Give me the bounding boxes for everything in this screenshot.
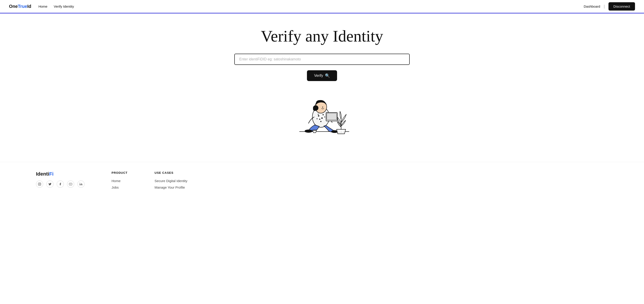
linkedin-icon[interactable] (77, 180, 84, 188)
instagram-icon[interactable] (36, 180, 43, 188)
footer-jobs-link[interactable]: Jobs (112, 185, 128, 189)
verify-button[interactable]: Verify 🔍 (307, 70, 337, 81)
footer-logo: IdentiFi (36, 171, 84, 177)
dashboard-link[interactable]: Dashboard (584, 4, 600, 8)
navbar: OneTrueId Home Verify Identity Dashboard… (0, 0, 644, 13)
svg-point-6 (316, 118, 318, 119)
youtube-icon[interactable] (67, 180, 74, 188)
verify-button-label: Verify (314, 74, 323, 78)
svg-point-7 (324, 117, 325, 117)
nav-home-link[interactable]: Home (38, 4, 48, 8)
nav-right: Dashboard | Disconnect (584, 2, 635, 10)
svg-point-8 (320, 121, 322, 122)
svg-marker-27 (70, 184, 71, 184)
hero-illustration (286, 90, 358, 140)
footer-use-cases-col: USE CASES Secure Digital Identity Manage… (154, 171, 187, 189)
svg-rect-24 (38, 183, 41, 185)
nav-links: Home Verify Identity (38, 4, 584, 8)
svg-point-5 (323, 114, 324, 115)
disconnect-button[interactable]: Disconnect (608, 2, 635, 10)
svg-point-28 (80, 183, 80, 183)
svg-point-9 (318, 114, 319, 115)
twitter-icon[interactable] (46, 180, 54, 188)
footer-product-col: PRODUCT Home Jobs (112, 171, 128, 189)
svg-rect-13 (327, 113, 336, 120)
footer-use-cases-title: USE CASES (154, 171, 187, 174)
facebook-icon[interactable] (57, 180, 64, 188)
identity-search-input[interactable] (234, 54, 410, 65)
footer-home-link[interactable]: Home (112, 179, 128, 183)
footer-brand: IdentiFi (36, 171, 84, 189)
svg-point-4 (319, 119, 320, 120)
main-content: Verify any Identity Verify 🔍 (0, 13, 644, 162)
svg-point-2 (318, 115, 319, 117)
nav-verify-identity-link[interactable]: Verify Identity (54, 4, 74, 8)
footer-secure-digital-identity-link[interactable]: Secure Digital Identity (154, 179, 187, 183)
svg-point-25 (39, 183, 40, 185)
search-container (234, 54, 410, 65)
svg-point-3 (321, 117, 323, 119)
svg-point-26 (40, 183, 40, 183)
footer-social-icons (36, 180, 84, 188)
footer: IdentiFi (0, 162, 644, 198)
nav-divider: | (604, 4, 605, 9)
hero-title: Verify any Identity (261, 27, 383, 46)
svg-point-17 (322, 107, 323, 108)
svg-point-16 (313, 107, 316, 111)
nav-logo[interactable]: OneTrueId (9, 4, 31, 9)
svg-point-10 (305, 130, 312, 133)
footer-product-title: PRODUCT (112, 171, 128, 174)
footer-manage-profile-link[interactable]: Manage Your Profile (154, 185, 187, 189)
search-icon: 🔍 (325, 73, 330, 78)
